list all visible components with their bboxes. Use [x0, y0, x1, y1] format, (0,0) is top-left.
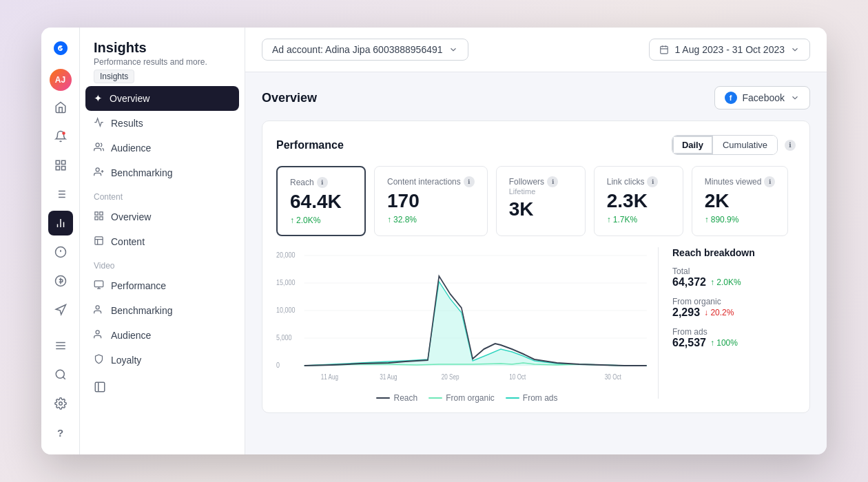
reach-breakdown: Reach breakdown Total 64,372 ↑ 2.0K% Fro… — [658, 247, 796, 399]
metric-minutes-viewed[interactable]: Minutes viewed ℹ 2K ↑ 890.9% — [692, 166, 789, 236]
metric-link-clicks[interactable]: Link clicks ℹ 2.3K ↑ 1.7K% — [594, 166, 683, 236]
list-icon[interactable] — [48, 182, 73, 207]
sidebar-benchmarking-label: Benchmarking — [111, 167, 173, 178]
notifications-icon[interactable] — [48, 124, 73, 149]
chart-container: 20,000 15,000 10,000 5,000 0 — [276, 247, 658, 399]
link-clicks-label: Link clicks — [607, 177, 645, 187]
sidebar-header: Insights Performance results and more. I… — [80, 28, 245, 86]
alerts-icon[interactable] — [48, 240, 73, 264]
date-range-label: 1 Aug 2023 - 31 Oct 2023 — [674, 44, 785, 55]
interactions-change: ↑ 32.8% — [387, 215, 475, 224]
grid-icon[interactable] — [48, 153, 73, 178]
sidebar-item-overview[interactable]: ✦ Overview — [85, 86, 239, 111]
legend-organic: From organic — [428, 393, 495, 403]
sidebar-item-video-benchmarking[interactable]: Benchmarking — [80, 298, 245, 323]
app-window: AJ ? — [41, 28, 827, 454]
svg-text:30 Oct: 30 Oct — [605, 373, 621, 381]
sidebar-item-audience[interactable]: Audience — [80, 136, 245, 160]
megaphone-icon[interactable] — [48, 297, 73, 322]
sidebar-title: Insights — [94, 40, 231, 56]
minutes-label: Minutes viewed — [705, 177, 762, 187]
user-avatar[interactable]: AJ — [50, 69, 72, 91]
svg-text:11 Aug: 11 Aug — [321, 373, 338, 381]
sidebar-loyalty-label: Loyalty — [111, 355, 141, 366]
svg-rect-31 — [95, 237, 103, 244]
svg-text:10 Oct: 10 Oct — [509, 373, 526, 381]
breakdown-ads-value: 62,537 — [672, 337, 706, 349]
svg-point-24 — [96, 143, 99, 147]
breakdown-total-value: 64,372 — [672, 276, 706, 289]
reach-label: Reach — [290, 178, 314, 187]
loyalty-icon — [94, 354, 104, 366]
sidebar-collapse-button[interactable] — [94, 381, 231, 396]
svg-rect-29 — [95, 217, 98, 220]
content-body: Overview f Facebook Performance Daily — [245, 72, 827, 454]
video-performance-icon — [94, 280, 104, 292]
svg-rect-1 — [56, 160, 59, 164]
svg-point-25 — [96, 168, 99, 171]
help-icon[interactable]: ? — [48, 420, 73, 445]
svg-text:31 Aug: 31 Aug — [380, 373, 397, 381]
menu-icon[interactable] — [48, 333, 73, 358]
sidebar-item-video-audience[interactable]: Audience — [80, 323, 245, 348]
minutes-info-icon[interactable]: ℹ — [764, 176, 775, 187]
performance-info-icon[interactable]: ℹ — [785, 140, 796, 151]
svg-rect-27 — [95, 212, 98, 215]
metric-reach[interactable]: Reach ℹ 64.4K ↑ 2.0K% — [276, 166, 366, 236]
video-section-label: Video — [80, 254, 245, 273]
reach-info-icon[interactable]: ℹ — [317, 177, 328, 188]
overview-title: Overview — [262, 91, 317, 105]
legend-reach: Reach — [376, 393, 417, 403]
cumulative-toggle[interactable]: Cumulative — [713, 136, 777, 154]
breakdown-organic-value: 2,293 — [672, 306, 700, 319]
link-clicks-value: 2.3K — [607, 190, 670, 212]
section-header: Overview f Facebook — [262, 86, 810, 109]
home-icon[interactable] — [48, 95, 73, 120]
date-range-picker[interactable]: 1 Aug 2023 - 31 Oct 2023 — [649, 39, 810, 61]
sidebar-video-benchmarking-label: Benchmarking — [111, 305, 173, 316]
svg-text:20 Sep: 20 Sep — [442, 373, 459, 381]
content-icon — [94, 235, 104, 248]
legend-reach-label: Reach — [393, 393, 417, 403]
sidebar-item-content-overview[interactable]: Overview — [80, 205, 245, 229]
search-icon[interactable] — [48, 362, 73, 387]
sidebar-item-content[interactable]: Content — [80, 229, 245, 254]
sidebar-item-video-performance[interactable]: Performance — [80, 273, 245, 298]
svg-rect-30 — [100, 217, 103, 220]
sidebar-item-benchmarking[interactable]: Benchmarking — [80, 160, 245, 185]
followers-info-icon[interactable]: ℹ — [547, 176, 558, 187]
sidebar-results-label: Results — [111, 118, 143, 129]
results-icon — [94, 117, 104, 129]
breakdown-organic: From organic 2,293 ↓ 20.2% — [672, 297, 796, 319]
link-clicks-info-icon[interactable]: ℹ — [647, 176, 658, 187]
video-audience-icon — [94, 329, 104, 342]
breakdown-total-label: Total — [672, 266, 796, 276]
sidebar-item-results[interactable]: Results — [80, 111, 245, 136]
sidebar-item-loyalty[interactable]: Loyalty — [80, 348, 245, 373]
legend-ads-line — [506, 397, 519, 399]
video-benchmarking-icon — [94, 304, 104, 317]
followers-sublabel: Lifetime — [509, 187, 572, 196]
breakdown-title: Reach breakdown — [672, 247, 796, 258]
content-header: Ad account: Adina Jipa 6003888956491 1 A… — [245, 28, 827, 72]
content-overview-icon — [94, 211, 104, 223]
minutes-change: ↑ 890.9% — [705, 215, 776, 224]
content-panel: Ad account: Adina Jipa 6003888956491 1 A… — [245, 28, 827, 454]
legend-ads-label: From ads — [523, 393, 558, 403]
settings-icon[interactable] — [48, 391, 73, 416]
followers-value: 3K — [509, 198, 572, 220]
svg-point-21 — [56, 370, 64, 378]
reach-chart: 20,000 15,000 10,000 5,000 0 — [276, 247, 658, 385]
interactions-info-icon[interactable]: ℹ — [464, 176, 475, 187]
platform-selector[interactable]: f Facebook — [714, 86, 810, 109]
svg-rect-40 — [95, 382, 105, 392]
chart-icon[interactable] — [48, 211, 73, 235]
ad-account-dropdown[interactable]: Ad account: Adina Jipa 6003888956491 — [262, 39, 468, 61]
sidebar-audience-label: Audience — [111, 143, 151, 154]
link-clicks-change: ↑ 1.7K% — [607, 215, 670, 224]
dollar-icon[interactable] — [48, 269, 73, 293]
daily-toggle[interactable]: Daily — [672, 136, 713, 154]
svg-text:20,000: 20,000 — [276, 251, 296, 259]
metric-followers[interactable]: Followers ℹ Lifetime 3K — [496, 166, 586, 236]
metric-content-interactions[interactable]: Content interactions ℹ 170 ↑ 32.8% — [374, 166, 488, 236]
